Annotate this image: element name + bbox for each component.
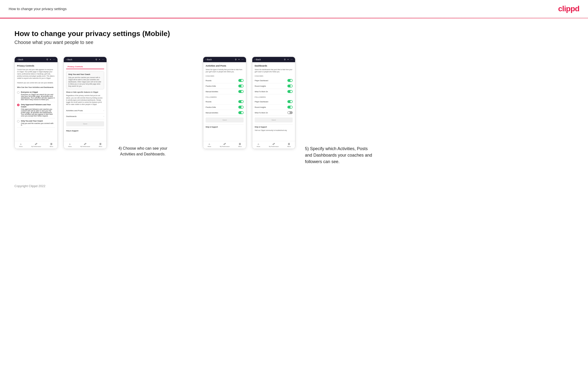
user-icon-4[interactable]: ⚬ xyxy=(287,58,289,61)
followers-round-insights-label: Round Insights xyxy=(255,106,266,108)
phone-bottom-nav-3: ⌂ Home ☍ My Performance ☰ Menu xyxy=(203,141,246,149)
dashboards-label: Dashboards xyxy=(66,115,77,117)
radio-everyone[interactable] xyxy=(17,91,19,94)
coaches-what-to-work-row: What To Work On xyxy=(255,89,293,94)
activities-posts-row[interactable]: Activities and Posts › xyxy=(66,108,104,114)
step5-caption: 5) Specify which Activities, Posts and D… xyxy=(305,146,372,165)
more-icon-1[interactable]: ⋯ xyxy=(53,58,55,61)
coaches-round-insights-toggle[interactable] xyxy=(287,84,293,87)
phone-bottom-nav-2: ⌂ Home ☍ My Performance ☰ Menu xyxy=(64,141,106,149)
option-coach-only[interactable]: Only You and Your Coach Only you and the… xyxy=(17,118,55,127)
topbar-icons-2: ⚲ ⚬ ⋯ xyxy=(95,58,104,61)
followers-rounds-toggle[interactable] xyxy=(238,100,244,103)
user-icon-3[interactable]: ⚬ xyxy=(238,58,240,61)
nav-menu-1[interactable]: ☰ Menu xyxy=(50,143,53,147)
search-icon-1[interactable]: ⚲ xyxy=(46,58,48,61)
nav-menu-4[interactable]: ☰ Menu xyxy=(287,143,291,147)
phone-body-4: Dashboards Select the dashboards that yo… xyxy=(252,62,295,139)
coaches-rounds-toggle[interactable] xyxy=(238,79,244,82)
search-icon-4[interactable]: ⚲ xyxy=(284,58,286,61)
home-icon-1: ⌂ xyxy=(20,143,22,145)
help-support-2: Help & Support xyxy=(66,128,104,133)
coaches-player-dashboard-row: Player Dashboard xyxy=(255,78,293,83)
phone-bottom-nav-4: ⌂ Home ☍ My Performance ☰ Menu xyxy=(252,141,295,149)
tab-privacy-controls[interactable]: Privacy Controls xyxy=(66,65,84,69)
followers-what-to-work-toggle[interactable] xyxy=(287,111,293,114)
user-icon-1[interactable]: ⚬ xyxy=(50,58,52,61)
more-icon-2[interactable]: ⋯ xyxy=(102,58,104,61)
followers-label-4: FOLLOWERS xyxy=(255,96,293,98)
followers-drills-label: Practice Drills xyxy=(206,106,216,108)
nav-performance-label-3: My Performance xyxy=(220,146,229,147)
help-support-3: Help & Support xyxy=(206,125,244,129)
followers-drills-toggle[interactable] xyxy=(238,106,244,108)
option-followers[interactable]: Only Approved Followers and Your Coach O… xyxy=(17,102,55,118)
nav-performance-4[interactable]: ☍ My Performance xyxy=(269,143,278,147)
nav-home-label-4: Home xyxy=(257,146,260,147)
radio-coach[interactable] xyxy=(17,120,19,123)
save-button-2[interactable]: Save xyxy=(66,121,104,126)
search-icon-2[interactable]: ⚲ xyxy=(95,58,97,61)
nav-performance-label-1: My Performance xyxy=(31,146,41,147)
phone-screen-2: ‹ Back ⚲ ⚬ ⋯ Privacy Controls Only You a… xyxy=(63,57,107,149)
coaches-drills-toggle[interactable] xyxy=(238,84,244,87)
save-button-3[interactable]: Save xyxy=(206,117,244,123)
user-icon-2[interactable]: ⚬ xyxy=(99,58,101,61)
show-hide-title: Show or hide specific features in Clippd xyxy=(66,91,104,93)
privacy-controls-desc: Control how you and your data appears to… xyxy=(17,68,55,79)
back-button-1[interactable]: ‹ Back xyxy=(17,58,23,61)
followers-drills-row: Practice Drills xyxy=(206,104,244,110)
copyright: Copyright Clippd 2022 xyxy=(14,184,45,188)
nav-performance-3[interactable]: ☍ My Performance xyxy=(220,143,229,147)
followers-manual-toggle[interactable] xyxy=(238,111,244,114)
coaches-player-dashboard-toggle[interactable] xyxy=(287,79,293,82)
option-followers-label: Only Approved Followers and Your Coach O… xyxy=(21,103,55,117)
nav-home-1[interactable]: ⌂ Home xyxy=(19,143,23,147)
step4-caption: 4) Choose who can see your Activities an… xyxy=(116,146,169,157)
followers-round-insights-row: Round Insights xyxy=(255,104,293,110)
more-icon-4[interactable]: ⋯ xyxy=(291,58,293,61)
nav-home-2[interactable]: ⌂ Home xyxy=(68,143,72,147)
home-icon-2: ⌂ xyxy=(69,143,71,145)
coaches-round-insights-row: Round Insights xyxy=(255,83,293,89)
privacy-tabs: Privacy Controls xyxy=(66,65,104,69)
nav-home-4[interactable]: ⌂ Home xyxy=(257,143,260,147)
dashboards-row[interactable]: Dashboards › xyxy=(66,114,104,119)
nav-menu-label-2: Menu xyxy=(99,146,102,147)
coaches-what-to-work-toggle[interactable] xyxy=(287,90,293,93)
nav-performance-label-2: My Performance xyxy=(80,146,90,147)
dashboards-title: Dashboards xyxy=(255,65,293,67)
info-box-text: Only you and the coaches you connect wit… xyxy=(68,76,102,87)
coaches-round-insights-label: Round Insights xyxy=(255,85,266,87)
chevron-dashboards: › xyxy=(104,115,104,117)
phone-topbar-2: ‹ Back ⚲ ⚬ ⋯ xyxy=(64,57,106,62)
coaches-manual-row: Manual Activities xyxy=(206,89,244,94)
followers-round-insights-toggle[interactable] xyxy=(287,106,293,108)
nav-performance-1[interactable]: ☍ My Performance xyxy=(31,143,41,147)
followers-what-to-work-label: What To Work On xyxy=(255,112,268,114)
followers-player-dashboard-toggle[interactable] xyxy=(287,100,293,103)
nav-home-label-2: Home xyxy=(68,146,72,147)
nav-home-3[interactable]: ⌂ Home xyxy=(208,143,211,147)
radio-followers[interactable] xyxy=(17,104,19,106)
option-everyone[interactable]: Everyone on Clippd Everyone on Clippd ca… xyxy=(17,90,55,102)
coaches-manual-toggle[interactable] xyxy=(238,90,244,93)
topbar-icons-3: ⚲ ⚬ ⋯ xyxy=(235,58,244,61)
save-button-4[interactable]: Save xyxy=(255,117,293,123)
phone-topbar-3: ‹ Back ⚲ ⚬ ⋯ xyxy=(203,57,246,62)
more-icon-3[interactable]: ⋯ xyxy=(242,58,244,61)
back-button-2[interactable]: ‹ Back xyxy=(66,58,72,61)
phone-topbar-4: ‹ Back ⚲ ⚬ ⋯ xyxy=(252,57,295,62)
info-box: Only You and Your Coach Only you and the… xyxy=(66,71,104,89)
option-everyone-label: Everyone on Clippd Everyone on Clippd ca… xyxy=(21,91,55,100)
search-icon-3[interactable]: ⚲ xyxy=(235,58,237,61)
who-can-see-title: Who Can See Your Activities and Dashboar… xyxy=(17,86,55,88)
phone-body-3: Activities and Posts Select the types of… xyxy=(203,62,246,139)
nav-performance-2[interactable]: ☍ My Performance xyxy=(80,143,90,147)
coaches-manual-label: Manual Activities xyxy=(206,91,218,92)
back-button-3[interactable]: ‹ Back xyxy=(206,58,212,61)
nav-menu-3[interactable]: ☰ Menu xyxy=(238,143,242,147)
back-button-4[interactable]: ‹ Back xyxy=(255,58,261,61)
phone-body-1: Privacy Controls Control how you and you… xyxy=(15,62,58,139)
nav-menu-2[interactable]: ☰ Menu xyxy=(99,143,102,147)
